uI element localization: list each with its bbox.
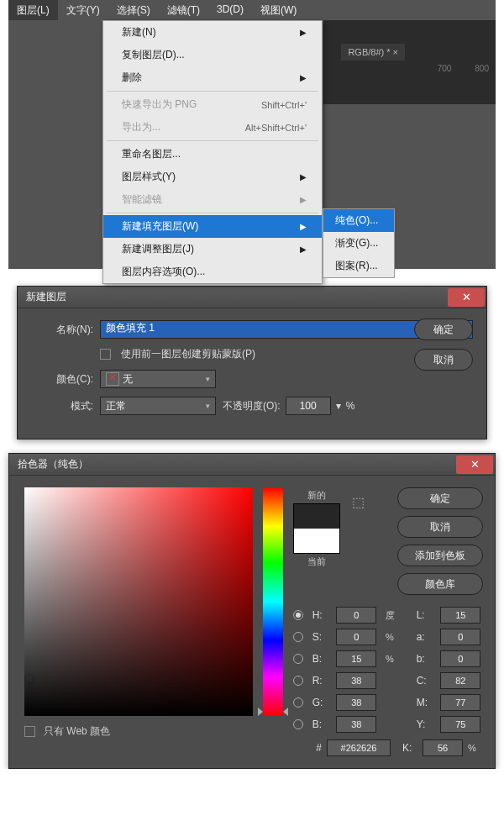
s-input[interactable]: 0: [336, 629, 376, 645]
menu-type[interactable]: 文字(Y): [58, 0, 108, 20]
none-swatch-icon: [106, 372, 119, 386]
submenu-solid-color[interactable]: 纯色(O)...: [323, 209, 394, 232]
r-input[interactable]: 38: [336, 672, 376, 689]
submenu-pattern[interactable]: 图案(R)...: [323, 255, 394, 277]
menu-new-fill-layer[interactable]: 新建填充图层(W)▶: [103, 215, 322, 238]
g-input[interactable]: 38: [336, 694, 376, 711]
separator: [107, 140, 318, 141]
hex-label: #: [316, 742, 322, 754]
web-only-label: 只有 Web 颜色: [44, 724, 110, 739]
chevron-right-icon: ▶: [300, 28, 307, 37]
layer-dropdown: 新建(N)▶ 复制图层(D)... 删除▶ 快速导出为 PNGShift+Ctr…: [102, 20, 323, 284]
radio-h[interactable]: [293, 610, 303, 620]
submenu-gradient[interactable]: 渐变(G)...: [323, 232, 394, 255]
web-only-checkbox[interactable]: [24, 726, 35, 737]
chevron-down-icon: ▾: [206, 402, 210, 410]
m-input[interactable]: 77: [440, 694, 480, 711]
add-swatch-button[interactable]: 添加到色板: [397, 545, 483, 566]
menu-quick-export: 快速导出为 PNGShift+Ctrl+': [103, 93, 322, 116]
separator: [107, 91, 318, 92]
chevron-right-icon: ▶: [300, 245, 307, 254]
h-input[interactable]: 0: [336, 607, 376, 624]
close-button[interactable]: ✕: [456, 455, 493, 474]
menu-smart-filter: 智能滤镜▶: [103, 188, 322, 211]
close-icon: ✕: [470, 458, 480, 471]
color-label: 颜色(C):: [34, 372, 93, 387]
ruler-area: [323, 20, 496, 104]
menu-layer-style[interactable]: 图层样式(Y)▶: [103, 166, 322, 188]
menu-filter[interactable]: 滤镜(T): [159, 0, 208, 20]
separator: [107, 213, 318, 213]
ok-button[interactable]: 确定: [397, 487, 483, 509]
cube-icon[interactable]: ⬚: [352, 494, 365, 595]
current-color-swatch[interactable]: [294, 529, 339, 553]
color-field-cursor[interactable]: [24, 674, 34, 684]
opacity-label: 不透明度(O):: [223, 399, 281, 413]
ruler-800: 800: [475, 64, 489, 73]
chevron-right-icon: ▶: [300, 172, 307, 182]
b-lab-input[interactable]: 0: [440, 650, 480, 667]
current-color-label: 当前: [307, 555, 326, 568]
name-label: 名称(N):: [34, 323, 93, 337]
menu-duplicate-layer[interactable]: 复制图层(D)...: [103, 44, 322, 66]
radio-bc[interactable]: [293, 719, 303, 729]
chevron-down-icon[interactable]: ▾: [336, 400, 341, 412]
ruler-numbers: 700 800: [438, 64, 496, 73]
new-layer-dialog: 新建图层 ✕ 确定 取消 名称(N): 颜色填充 1 使用前一图层创建剪贴蒙版(…: [17, 286, 487, 439]
cancel-button[interactable]: 取消: [414, 349, 473, 371]
chevron-right-icon: ▶: [300, 195, 307, 204]
close-button[interactable]: ✕: [448, 288, 485, 307]
menu-select[interactable]: 选择(S): [108, 0, 159, 20]
menu-3d[interactable]: 3D(D): [208, 0, 252, 20]
menu-delete[interactable]: 删除▶: [103, 66, 322, 89]
bv-input[interactable]: 15: [336, 650, 376, 667]
menu-rename-layer[interactable]: 重命名图层...: [103, 143, 322, 166]
hue-slider-handle[interactable]: [258, 708, 288, 716]
menu-layer[interactable]: 图层(L): [8, 0, 58, 20]
a-input[interactable]: 0: [440, 629, 480, 645]
menu-section: 图层(L) 文字(Y) 选择(S) 滤镜(T) 3D(D) 视图(W) RGB/…: [8, 0, 496, 269]
menu-layer-content-options[interactable]: 图层内容选项(O)...: [103, 261, 322, 283]
titlebar[interactable]: 新建图层 ✕: [18, 287, 486, 308]
radio-s[interactable]: [293, 632, 303, 642]
opacity-unit: %: [346, 400, 355, 412]
opacity-input[interactable]: 100: [286, 397, 331, 415]
clip-checkbox[interactable]: [100, 349, 111, 360]
document-tab[interactable]: RGB/8#) * ×: [341, 44, 405, 61]
new-color-swatch: [294, 504, 339, 529]
color-preview: [293, 503, 340, 554]
radio-b[interactable]: [293, 654, 303, 664]
menu-export-as: 导出为...Alt+Shift+Ctrl+': [103, 116, 322, 139]
hue-slider[interactable]: [263, 487, 283, 716]
menu-new-adjust-layer[interactable]: 新建调整图层(J)▶: [103, 238, 322, 261]
color-field[interactable]: [24, 487, 253, 716]
clip-label: 使用前一图层创建剪贴蒙版(P): [121, 347, 255, 361]
mode-select[interactable]: 正常 ▾: [100, 397, 216, 415]
ok-button[interactable]: 确定: [414, 318, 473, 340]
cancel-button[interactable]: 取消: [397, 516, 483, 538]
c-input[interactable]: 82: [440, 672, 480, 689]
k-input[interactable]: 56: [423, 739, 463, 756]
close-icon: ✕: [462, 291, 471, 303]
color-library-button[interactable]: 颜色库: [397, 573, 483, 595]
radio-g[interactable]: [293, 697, 303, 708]
chevron-right-icon: ▶: [300, 222, 307, 231]
y-input[interactable]: 75: [440, 716, 480, 733]
color-picker-dialog: 拾色器（纯色） ✕ 只有 Web 颜色 新的: [8, 453, 496, 769]
dialog-title: 新建图层: [26, 290, 66, 304]
radio-r[interactable]: [293, 676, 303, 686]
new-color-label: 新的: [307, 489, 326, 502]
chevron-right-icon: ▶: [300, 73, 307, 82]
bc-input[interactable]: 38: [336, 716, 376, 733]
titlebar[interactable]: 拾色器（纯色） ✕: [9, 454, 495, 476]
chevron-down-icon: ▾: [206, 375, 210, 383]
fill-submenu: 纯色(O)... 渐变(G)... 图案(R)...: [323, 208, 395, 278]
l-input[interactable]: 15: [440, 607, 480, 624]
hex-input[interactable]: #262626: [327, 739, 391, 756]
color-select[interactable]: 无 ▾: [100, 370, 216, 388]
menu-view[interactable]: 视图(W): [252, 0, 305, 20]
menu-new[interactable]: 新建(N)▶: [103, 21, 322, 44]
color-modes-grid: H:0度 L:15 S:0% a:0 B:15% b:0 R:38 C:82 G…: [293, 607, 483, 756]
dialog-title: 拾色器（纯色）: [18, 457, 88, 471]
mode-label: 模式:: [34, 399, 93, 413]
